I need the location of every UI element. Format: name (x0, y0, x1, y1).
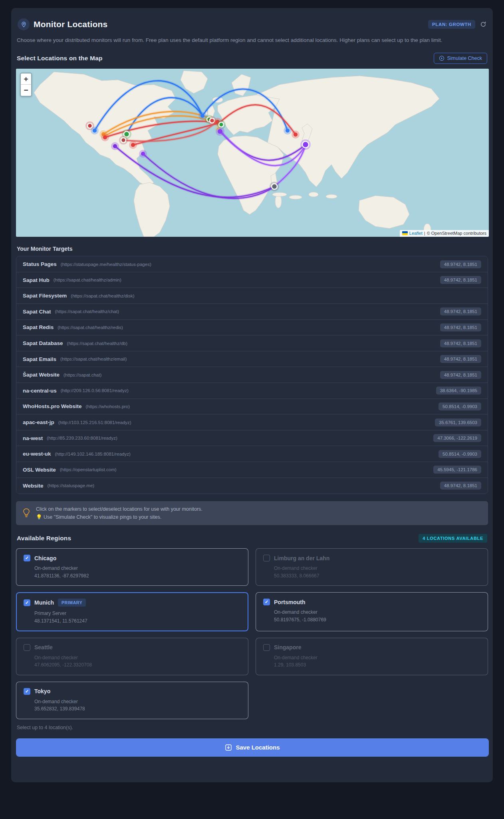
target-name: Sapat Hub (23, 277, 50, 283)
save-locations-button[interactable]: Save Locations (16, 738, 489, 757)
region-checker-type: On-demand checker (274, 609, 480, 616)
map-section-heading: Select Locations on the Map (17, 55, 103, 62)
target-url: (https://sapat.chat/healthz/admin) (54, 278, 440, 282)
target-url: (https://sapat.chat/healthz/chat) (55, 309, 440, 314)
region-card-tokyo[interactable]: ✓TokyoOn-demand checker35.652832, 139.83… (16, 682, 248, 719)
tip-line-2: 💡 Use "Simulate Check" to visualize ping… (36, 513, 202, 521)
save-locations-label: Save Locations (236, 744, 280, 751)
target-coords-badge: 50.8514, -0.9903 (439, 450, 481, 458)
tip-box: Click on the markers to select/deselect … (16, 501, 488, 525)
region-checkbox[interactable] (263, 555, 270, 561)
region-coords: 1.29, 103.8503 (274, 661, 480, 669)
region-card-limburg-an-der-lahn[interactable]: Limburg an der LahnOn-demand checker50.3… (256, 548, 488, 586)
target-url: (https://statuspage.me/healthz/status-pa… (61, 262, 440, 267)
target-url: (http://85.239.233.60:8081/readyz) (47, 436, 433, 440)
marker-japan-red[interactable] (294, 133, 298, 137)
region-checker-type: On-demand checker (34, 565, 241, 572)
target-name: apac-east-jp (23, 419, 54, 425)
marker-korea-blue[interactable] (286, 129, 290, 133)
region-checkbox[interactable]: ✓ (24, 599, 30, 606)
marker-munich-purple[interactable] (218, 129, 222, 134)
target-coords-badge: 48.9742, 8.1851 (440, 371, 481, 379)
region-name: Seattle (34, 644, 53, 650)
target-coords-badge: 48.9742, 8.1851 (440, 276, 481, 284)
region-name: Singapore (274, 644, 301, 650)
map-canvas (16, 69, 489, 237)
region-coords: 50.383333, 8.066667 (274, 572, 480, 580)
marker-us-purple-2[interactable] (141, 152, 145, 156)
zoom-out-button[interactable]: − (21, 85, 31, 96)
region-checkbox[interactable] (263, 644, 270, 651)
marker-eu-blue[interactable] (200, 114, 204, 118)
target-row: OSL Website(https://openstartuplist.com)… (16, 462, 488, 478)
target-coords-badge: 38.6364, -90.1985 (436, 387, 481, 395)
target-coords-badge: 47.3066, -122.2619 (433, 434, 481, 442)
target-url: (https://sapat.chat/healthz/disk) (71, 293, 481, 298)
marker-stlouis[interactable] (131, 143, 135, 147)
region-name: Tokyo (34, 688, 50, 694)
target-name: na-west (23, 435, 43, 441)
simulate-check-button[interactable]: Simulate Check (434, 53, 487, 64)
target-name: Sapat Database (23, 340, 63, 346)
region-card-seattle[interactable]: SeattleOn-demand checker47.6062095, -122… (16, 638, 248, 675)
region-checkbox[interactable]: ✓ (263, 599, 270, 605)
target-url: (http://149.102.146.185:8081/readyz) (55, 452, 439, 456)
target-url: (https://sapat.chat) (63, 373, 440, 377)
target-url: (http://103.125.216.51:8081/readyz) (58, 420, 435, 425)
region-card-munich[interactable]: ✓MunichPRIMARYPrimary Server48.1371541, … (16, 592, 248, 631)
target-name: Šapat Website (23, 372, 60, 378)
map-attribution: Leaflet | © OpenStreetMap contributors (400, 230, 489, 237)
target-row: Sapat Emails(https://sapat.chat/healthz/… (16, 351, 488, 367)
marker-us-red[interactable] (103, 135, 107, 139)
region-name: Chicago (34, 555, 56, 561)
marker-seattle[interactable] (87, 123, 92, 128)
target-name: Sapat Emails (23, 356, 56, 362)
target-row: WhoHosts.pro Website(https://whohosts.pr… (16, 399, 488, 415)
region-card-singapore[interactable]: SingaporeOn-demand checker1.29, 103.8503 (256, 638, 488, 675)
target-url: (https://openstartuplist.com) (60, 467, 433, 472)
plan-badge: PLAN: GROWTH (428, 20, 475, 29)
lightbulb-icon (22, 508, 30, 518)
target-row: Šapat Website(https://sapat.chat)48.9742… (16, 367, 488, 383)
region-checkbox[interactable]: ✓ (24, 555, 30, 561)
region-checker-type: On-demand checker (34, 654, 241, 662)
target-name: Website (23, 483, 44, 489)
region-checkbox[interactable]: ✓ (24, 688, 30, 695)
marker-na-central[interactable] (121, 138, 126, 143)
target-row: Sapat Redis(https://sapat.chat/healthz/r… (16, 320, 488, 336)
target-coords-badge: 48.9742, 8.1851 (440, 307, 481, 315)
marker-singapore[interactable] (272, 184, 277, 189)
target-url: (https://sapat.chat/healthz/email) (60, 357, 440, 361)
region-card-portsmouth[interactable]: ✓PortsmouthOn-demand checker50.8197675, … (256, 592, 488, 631)
leaflet-link[interactable]: Leaflet (409, 231, 423, 236)
target-url: (http://209.126.0.56:8081/readyz) (61, 388, 436, 393)
page-description: Choose where your distributed monitors w… (17, 36, 476, 45)
region-checkbox[interactable] (24, 644, 30, 651)
target-name: WhoHosts.pro Website (23, 403, 82, 409)
regions-heading: Available Regions (17, 535, 71, 542)
target-url: (https://statuspage.me) (48, 483, 440, 488)
simulate-check-label: Simulate Check (447, 56, 482, 61)
zoom-in-button[interactable]: + (21, 73, 31, 85)
monitor-locations-panel: Monitor Locations PLAN: GROWTH Choose wh… (11, 8, 493, 782)
marker-na-west[interactable] (93, 129, 97, 133)
region-checker-type: On-demand checker (274, 565, 480, 572)
target-row: eu-west-uk(http://149.102.146.185:8081/r… (16, 446, 488, 462)
target-url: (https://sapat.chat/healthz/db) (67, 341, 440, 346)
target-row: na-central-us(http://209.126.0.56:8081/r… (16, 383, 488, 399)
marker-us-purple-1[interactable] (113, 144, 117, 148)
target-coords-badge: 50.8514, -0.9903 (439, 403, 481, 410)
target-row: na-west(http://85.239.233.60:8081/readyz… (16, 430, 488, 446)
regions-grid: ✓ChicagoOn-demand checker41.8781136, -87… (16, 548, 488, 719)
page-title: Monitor Locations (34, 20, 107, 29)
target-coords-badge: 48.9742, 8.1851 (440, 339, 481, 347)
world-map[interactable]: + − Leaflet | © OpenStreetMap contributo… (16, 69, 489, 237)
marker-tokyo[interactable] (302, 141, 309, 148)
target-name: Status Pages (23, 261, 57, 267)
region-card-chicago[interactable]: ✓ChicagoOn-demand checker41.8781136, -87… (16, 548, 248, 586)
region-name: Munich (34, 599, 54, 606)
region-coords: 41.8781136, -87.6297982 (34, 572, 241, 580)
region-checker-type: On-demand checker (34, 698, 241, 706)
refresh-icon[interactable] (480, 21, 486, 28)
target-url: (https://whohosts.pro) (86, 404, 439, 409)
